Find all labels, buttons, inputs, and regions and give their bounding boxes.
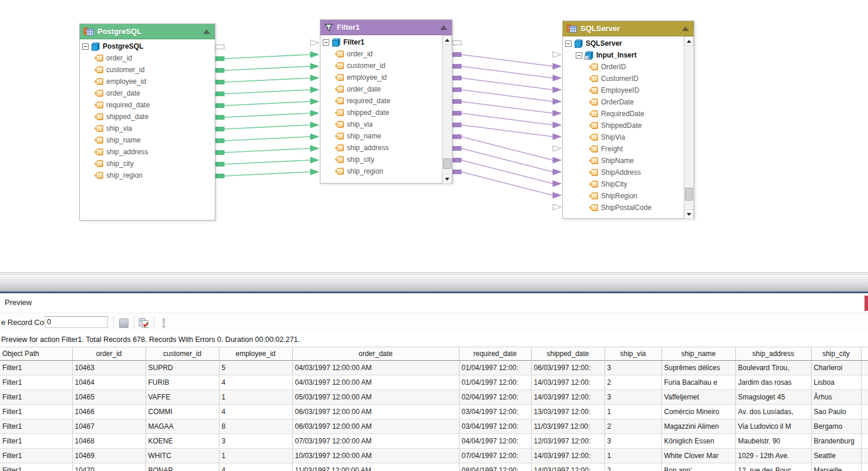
tree-root-row[interactable]: SQLServer [563,38,684,49]
grid-cell[interactable]: 10463 [72,361,146,375]
output-port[interactable] [452,53,461,57]
grid-cell[interactable]: Smagsloget 45 [735,390,811,405]
output-port[interactable] [452,147,461,151]
output-port[interactable] [215,162,224,167]
connector-line[interactable] [224,55,310,59]
dataflow-canvas[interactable]: PostgreSQL PostgreSQLorder_idcustomer_id… [0,0,868,271]
tree-field-row[interactable]: order_id [80,52,215,64]
input-port[interactable] [310,134,319,140]
tree-field-row[interactable]: customer_id [320,60,442,72]
collapse-icon[interactable] [203,29,210,34]
tree-field-row[interactable]: ShippedDate [563,120,684,131]
grid-cell[interactable]: 12/03/1997 12:00: [531,434,604,449]
output-port[interactable] [215,92,224,96]
grid-cell[interactable]: 06/03/1997 12:00:00 AM [292,419,459,434]
input-port[interactable] [310,110,319,116]
grid-cell[interactable]: Suprêmes délices [661,361,735,375]
input-port[interactable] [553,181,561,187]
input-port[interactable] [310,99,319,104]
tree-field-row[interactable]: ship_region [80,170,215,181]
grid-cell[interactable]: Filter1 [0,419,72,434]
collapse-box-icon[interactable] [82,43,89,50]
stop-button[interactable] [117,317,130,330]
tree-subnode-row[interactable]: Input_Insert [563,49,684,61]
connector-line[interactable] [224,113,310,117]
grid-cell[interactable]: Charleroi [811,361,861,375]
tree-field-row[interactable]: ShipAddress [563,167,684,178]
preview-grid[interactable]: Object Pathorder_idcustomer_idemployee_i… [0,347,868,471]
output-port[interactable] [215,139,224,143]
grid-cell[interactable]: Filter1 [0,463,72,471]
grid-cell[interactable]: 13/03/1997 12:00: [531,405,604,419]
grid-cell[interactable]: 01/04/1997 12:00: [459,361,531,375]
grid-cell[interactable]: Via Ludovico il M [735,419,811,434]
grid-cell[interactable]: 05/03/1997 12:00:00 AM [292,390,459,405]
errors-button[interactable] [157,317,170,330]
tree-field-row[interactable]: order_date [80,87,215,99]
grid-cell[interactable]: 10/03/1997 12:00:00 AM [292,449,459,463]
grid-cell[interactable]: Comércio Mineiro [661,405,735,419]
grid-cell[interactable]: Marseille [811,463,861,471]
connector-line[interactable] [224,78,310,82]
grid-cell[interactable]: 10469 [72,449,146,463]
tree-field-row[interactable]: ship_city [320,154,442,165]
grid-cell[interactable]: 3 [604,361,661,375]
input-port[interactable] [553,99,561,104]
grid-cell[interactable]: 11/03/1997 12:00: [531,419,604,434]
tree-root-row[interactable]: Filter1 [320,36,442,48]
connector-line[interactable] [461,160,553,184]
grid-cell[interactable]: 1 [604,405,661,419]
grid-cell[interactable]: Filter1 [0,375,72,390]
grid-cell[interactable]: FURIB [146,375,219,390]
input-port[interactable] [553,75,561,81]
grid-cell[interactable]: 1 [604,449,661,463]
grid-cell[interactable]: 14/03/1997 12:00: [531,375,604,390]
grid-cell[interactable]: 3 [219,434,292,449]
grid-cell[interactable]: 03/04/1997 12:00: [459,405,531,419]
tree-field-row[interactable]: ShipName [563,155,684,167]
grid-cell[interactable]: Lisboa [811,375,861,390]
grid-cell[interactable]: Seattle [811,449,861,463]
grid-row[interactable]: Filter110464FURIB404/03/1997 12:00:00 AM… [0,375,868,390]
output-port[interactable] [452,111,461,116]
output-port[interactable] [452,100,461,104]
connector-line[interactable] [461,55,553,66]
grid-cell[interactable]: 10470 [72,463,146,471]
grid-cell[interactable]: 11/03/1997 12:00:00 AM [292,463,459,471]
output-port[interactable] [452,158,461,162]
tree-field-row[interactable]: ship_name [320,130,442,142]
tree-field-row[interactable]: ship_region [320,165,442,177]
grid-cell[interactable]: Maubelstr. 90 [735,434,811,449]
grid-cell[interactable]: 3 [604,390,661,405]
grid-column-header[interactable]: ship_name [661,347,735,361]
grid-cell[interactable]: White Clover Mar [661,449,735,463]
connector-line[interactable] [224,101,310,106]
record-count-input[interactable]: 0 [45,316,108,328]
output-port[interactable] [452,88,461,92]
grid-cell[interactable]: Königlich Essen [661,434,735,449]
node-postgresql-header[interactable]: PostgreSQL [80,24,215,39]
output-port[interactable] [452,76,461,80]
grid-cell[interactable]: 04/03/1997 12:00:00 AM [292,375,459,390]
output-port[interactable] [215,174,224,178]
node-postgresql[interactable]: PostgreSQL PostgreSQLorder_idcustomer_id… [79,23,215,221]
output-port[interactable] [215,116,224,120]
output-port[interactable] [215,104,224,108]
tree-field-row[interactable]: order_id [320,48,442,60]
grid-cell[interactable]: 14/03/1997 12:00: [531,449,604,463]
grid-cell[interactable]: 10464 [72,375,146,390]
grid-row[interactable]: Filter110470BONAP411/03/1997 12:00:00 AM… [0,463,868,471]
grid-cell[interactable]: 1029 - 12th Ave. [735,449,811,463]
input-port[interactable] [310,145,319,151]
grid-cell[interactable]: Filter1 [0,405,72,419]
connector-line[interactable] [461,101,553,113]
output-port[interactable] [215,80,224,84]
input-port[interactable] [553,134,561,140]
grid-cell[interactable]: 4 [219,375,292,390]
input-port[interactable] [553,63,561,69]
input-port[interactable] [553,87,561,93]
connector-line[interactable] [224,160,310,164]
output-port-root[interactable] [215,45,224,49]
grid-cell[interactable]: 4 [219,405,292,419]
input-port-unmapped[interactable] [553,52,561,57]
